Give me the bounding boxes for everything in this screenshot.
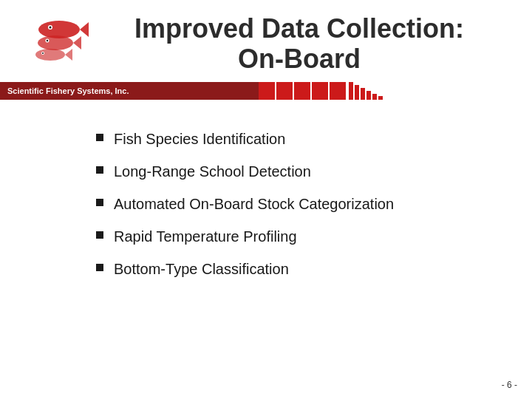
- stripe-5: [372, 94, 377, 100]
- list-item: Automated On-Board Stock Categorization: [96, 194, 488, 214]
- svg-point-7: [47, 40, 48, 41]
- bullet-icon: [96, 199, 103, 206]
- title-line2: On-Board: [238, 44, 361, 74]
- company-name: Scientific Fishery Systems, Inc.: [7, 86, 129, 95]
- svg-point-11: [42, 52, 44, 54]
- bar-blocks: [259, 82, 532, 100]
- company-logo: [15, 16, 89, 61]
- slide: Improved Data Collection: On-Board Scien…: [0, 0, 532, 399]
- bar-block-2: [276, 82, 293, 100]
- svg-point-8: [35, 49, 65, 61]
- company-label: Scientific Fishery Systems, Inc.: [0, 82, 259, 100]
- stripe-4: [366, 91, 371, 100]
- list-item: Fish Species Identification: [96, 129, 488, 149]
- bar-block-3: [294, 82, 310, 100]
- stripe-6: [378, 96, 383, 100]
- bullet-list: Fish Species Identification Long-Range S…: [96, 129, 488, 279]
- bullet-icon: [96, 264, 103, 271]
- bar-block-4: [312, 82, 328, 100]
- bullet-icon: [96, 231, 103, 239]
- title-line1: Improved Data Collection:: [134, 13, 464, 44]
- bullet-text-1: Fish Species Identification: [114, 129, 285, 149]
- bar-block-1: [259, 82, 275, 100]
- logo-area: [15, 16, 96, 64]
- list-item: Rapid Temperature Profiling: [96, 227, 488, 246]
- list-item: Long-Range School Detection: [96, 162, 488, 181]
- bullet-text-4: Rapid Temperature Profiling: [114, 227, 297, 246]
- svg-point-4: [38, 35, 73, 50]
- bullet-icon: [96, 134, 103, 141]
- bullet-icon: [96, 166, 103, 174]
- svg-marker-9: [65, 49, 72, 61]
- page-number: - 6 -: [502, 380, 517, 390]
- stripe-2: [355, 85, 359, 100]
- title-area: Improved Data Collection: On-Board: [103, 13, 510, 75]
- bar-block-5: [330, 82, 346, 100]
- stripe-1: [349, 82, 353, 100]
- bullet-text-3: Automated On-Board Stock Categorization: [114, 194, 394, 214]
- bullet-text-5: Bottom-Type Classification: [114, 259, 289, 279]
- svg-point-3: [50, 27, 52, 29]
- svg-marker-1: [80, 22, 89, 37]
- bar-row: Scientific Fishery Systems, Inc.: [0, 82, 532, 100]
- svg-marker-5: [73, 36, 81, 50]
- stripe-3: [361, 88, 365, 100]
- list-item: Bottom-Type Classification: [96, 259, 488, 279]
- main-title: Improved Data Collection: On-Board: [103, 13, 495, 75]
- header: Improved Data Collection: On-Board: [0, 0, 532, 75]
- bullet-text-2: Long-Range School Detection: [114, 162, 311, 181]
- content-area: Fish Species Identification Long-Range S…: [0, 100, 532, 307]
